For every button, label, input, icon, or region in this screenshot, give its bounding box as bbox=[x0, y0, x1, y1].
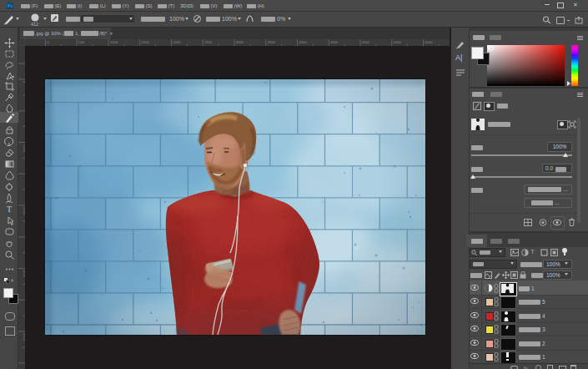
svg-text:3000: 3000 bbox=[236, 40, 244, 44]
svg-text:1000: 1000 bbox=[23, 144, 26, 153]
svg-text:500: 500 bbox=[78, 40, 84, 44]
svg-text:4000: 4000 bbox=[23, 333, 26, 341]
svg-text:5500: 5500 bbox=[394, 40, 402, 44]
svg-text:0: 0 bbox=[48, 40, 50, 44]
svg-text:2000: 2000 bbox=[23, 207, 26, 215]
svg-text:0: 0 bbox=[23, 81, 26, 83]
svg-text:5000: 5000 bbox=[362, 40, 370, 44]
svg-text:1000: 1000 bbox=[110, 40, 118, 44]
svg-text:3500: 3500 bbox=[268, 40, 276, 44]
svg-text:2500: 2500 bbox=[204, 40, 213, 44]
svg-text:4000: 4000 bbox=[299, 40, 308, 44]
svg-text:3000: 3000 bbox=[23, 270, 26, 278]
svg-text:4500: 4500 bbox=[330, 40, 339, 44]
svg-text:T: T bbox=[7, 205, 12, 214]
svg-text:1500: 1500 bbox=[142, 40, 150, 44]
svg-text:6000: 6000 bbox=[425, 40, 434, 44]
svg-text:2000: 2000 bbox=[173, 40, 182, 44]
